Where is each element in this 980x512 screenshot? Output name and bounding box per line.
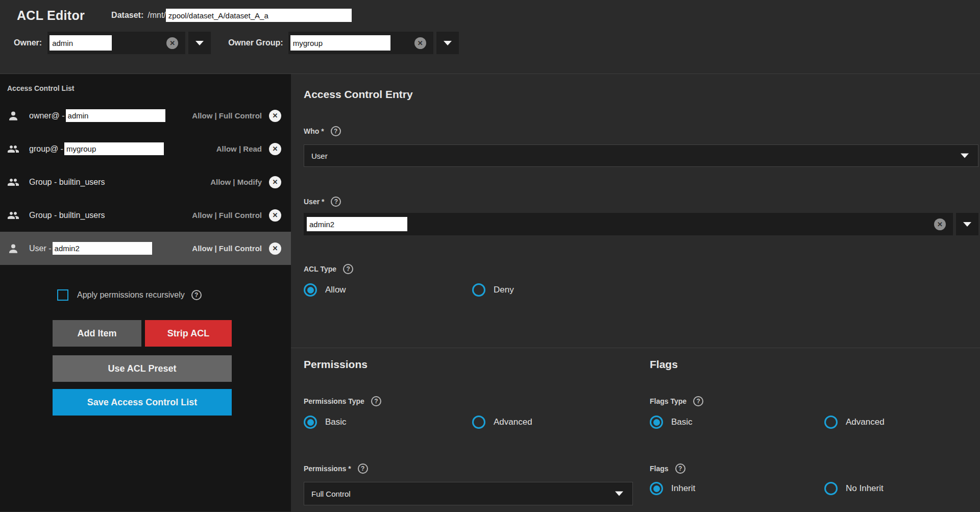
- acl-row-builtin-users-1[interactable]: Group - builtin_users Allow | Modify ✕: [0, 165, 291, 199]
- chevron-down-icon: [615, 492, 623, 496]
- flags-radio-group: Inherit No Inherit: [650, 482, 980, 495]
- body-panels: Access Control List owner@ - Allow | Ful…: [0, 74, 980, 511]
- close-icon[interactable]: ✕: [269, 110, 281, 122]
- acl-list-title: Access Control List: [0, 74, 291, 92]
- permissions-type-radio-group: Basic Advanced: [304, 416, 650, 429]
- save-acl-button[interactable]: Save Access Control List: [53, 389, 232, 416]
- dataset-group: Dataset: /mnt/: [111, 9, 352, 22]
- owner-label: Owner:: [14, 38, 42, 47]
- owner-group-label: Owner Group:: [228, 38, 283, 47]
- button-row: Add Item Strip ACL: [53, 320, 291, 347]
- help-icon[interactable]: ?: [675, 464, 685, 474]
- help-icon[interactable]: ?: [693, 396, 703, 406]
- owner-group-dropdown-button[interactable]: [436, 32, 459, 54]
- radio-selected-icon: [304, 283, 317, 297]
- who-label-row: Who * ?: [304, 126, 980, 136]
- flags-no-inherit-option[interactable]: No Inherit: [824, 482, 884, 495]
- acl-buttons: Add Item Strip ACL Use ACL Preset Save A…: [0, 320, 291, 416]
- user-dropdown-button[interactable]: [956, 213, 978, 235]
- owner-clear-icon[interactable]: ✕: [166, 37, 178, 49]
- flags-type-basic-option[interactable]: Basic: [650, 416, 824, 429]
- permissions-label-row: Permissions * ?: [304, 464, 650, 474]
- user-input-container: ✕: [304, 213, 953, 235]
- radio-label: Advanced: [846, 417, 885, 427]
- acl-row-permission: Allow | Full Control: [192, 111, 262, 120]
- acl-type-allow-option[interactable]: Allow: [304, 283, 472, 297]
- permissions-type-label-row: Permissions Type ?: [304, 396, 650, 406]
- acl-row-permission: Allow | Full Control: [192, 211, 262, 220]
- help-icon[interactable]: ?: [371, 396, 381, 406]
- strip-acl-button[interactable]: Strip ACL: [145, 320, 232, 347]
- help-icon[interactable]: ?: [191, 290, 202, 300]
- flags-column: Flags Flags Type ? Basic Advanced: [650, 348, 980, 505]
- use-acl-preset-button[interactable]: Use ACL Preset: [53, 355, 232, 382]
- group-icon: [7, 209, 19, 222]
- acl-row-group[interactable]: group@ - Allow | Read ✕: [0, 132, 291, 165]
- flags-type-radio-group: Basic Advanced: [650, 416, 980, 429]
- radio-selected-icon: [650, 416, 663, 429]
- user-combo-field: ✕: [304, 213, 978, 235]
- owner-group-clear-icon[interactable]: ✕: [414, 37, 426, 49]
- help-icon[interactable]: ?: [343, 264, 353, 274]
- radio-label: Inherit: [671, 483, 695, 494]
- dataset-label: Dataset:: [111, 11, 143, 20]
- permissions-type-advanced-option[interactable]: Advanced: [472, 416, 532, 429]
- close-icon[interactable]: ✕: [269, 176, 281, 188]
- acl-row-user-input[interactable]: [53, 242, 152, 255]
- acl-row-group-input[interactable]: [64, 142, 164, 155]
- radio-label: Deny: [494, 285, 514, 295]
- acl-row-label: User -: [29, 244, 52, 253]
- acl-row-label: Group - builtin_users: [29, 211, 105, 220]
- chevron-down-icon: [444, 41, 452, 45]
- acl-row-owner-input[interactable]: [66, 109, 165, 122]
- acl-row-label: owner@ -: [29, 111, 65, 120]
- acl-rows: owner@ - Allow | Full Control ✕ group@ -…: [0, 99, 291, 265]
- acl-row-owner[interactable]: owner@ - Allow | Full Control ✕: [0, 99, 291, 132]
- radio-unselected-icon: [472, 283, 485, 297]
- acl-type-label: ACL Type: [304, 265, 336, 273]
- who-select-value: User: [311, 152, 328, 160]
- recursive-row: Apply permissions recursively ?: [0, 289, 291, 301]
- group-icon: [7, 143, 19, 155]
- dataset-path-input[interactable]: [166, 9, 352, 22]
- apply-recursively-checkbox[interactable]: [57, 289, 68, 301]
- permissions-type-label: Permissions Type: [304, 397, 364, 405]
- radio-label: Basic: [325, 417, 347, 427]
- flags-label-row: Flags ?: [650, 464, 980, 474]
- title-row: ACL Editor Dataset: /mnt/: [0, 0, 980, 23]
- entry-title: Access Control Entry: [304, 74, 980, 101]
- owner-combo-field: ✕: [47, 32, 185, 54]
- radio-label: Basic: [671, 417, 693, 427]
- flags-inherit-option[interactable]: Inherit: [650, 482, 824, 495]
- person-icon: [7, 110, 19, 122]
- acl-row-permission: Allow | Read: [216, 144, 262, 153]
- header-section: ACL Editor Dataset: /mnt/ Owner: ✕ Owner…: [0, 0, 980, 74]
- who-select[interactable]: User: [304, 144, 978, 167]
- permissions-type-basic-option[interactable]: Basic: [304, 416, 472, 429]
- permissions-select[interactable]: Full Control: [304, 482, 633, 505]
- user-clear-icon[interactable]: ✕: [934, 218, 946, 230]
- close-icon[interactable]: ✕: [269, 242, 281, 255]
- acl-row-user-selected[interactable]: User - Allow | Full Control ✕: [0, 232, 291, 265]
- help-icon[interactable]: ?: [331, 197, 341, 207]
- help-icon[interactable]: ?: [331, 126, 341, 136]
- owner-group-input[interactable]: [290, 35, 390, 51]
- owner-dropdown-button[interactable]: [188, 32, 211, 54]
- radio-selected-icon: [304, 416, 317, 429]
- user-input[interactable]: [307, 217, 407, 231]
- close-icon[interactable]: ✕: [269, 209, 281, 222]
- acl-list-panel: Access Control List owner@ - Allow | Ful…: [0, 74, 291, 511]
- flags-type-advanced-option[interactable]: Advanced: [824, 416, 885, 429]
- owner-input[interactable]: [50, 35, 112, 51]
- group-icon: [7, 176, 19, 188]
- acl-type-deny-option[interactable]: Deny: [472, 283, 514, 297]
- add-item-button[interactable]: Add Item: [53, 320, 141, 347]
- acl-row-label: group@ -: [29, 144, 63, 154]
- close-icon[interactable]: ✕: [269, 143, 281, 155]
- permissions-label: Permissions *: [304, 465, 351, 473]
- radio-label: No Inherit: [846, 483, 884, 494]
- radio-unselected-icon: [472, 416, 485, 429]
- acl-row-builtin-users-2[interactable]: Group - builtin_users Allow | Full Contr…: [0, 199, 291, 232]
- help-icon[interactable]: ?: [358, 464, 368, 474]
- flags-label: Flags: [650, 465, 669, 473]
